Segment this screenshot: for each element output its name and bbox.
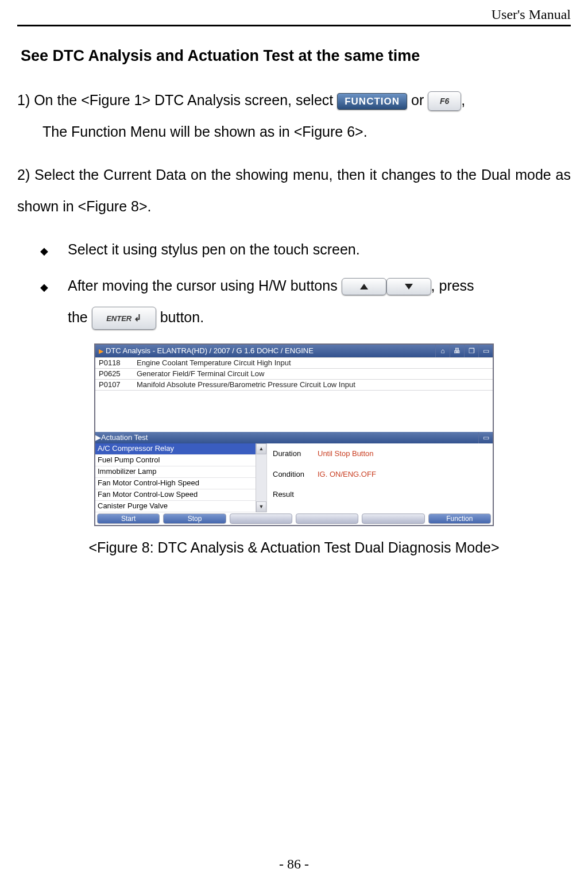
step1-or: or [411,92,428,108]
scroll-up-icon[interactable]: ▲ [256,443,266,454]
bullet-1: ◆ Select it using stylus pen on the touc… [17,234,571,265]
triangle-down-icon [405,284,413,289]
down-button[interactable] [386,278,431,295]
enter-button[interactable]: ENTER ↲ [92,307,156,330]
blank-tab [362,514,424,524]
scroll-down-icon[interactable]: ▼ [256,501,266,512]
condition-label: Condition [273,466,318,483]
function-button[interactable]: FUNCTION [337,93,407,110]
dtc-code: P0107 [95,377,137,393]
page-header: User's Manual [17,7,571,26]
enter-arrow-icon: ↲ [134,314,141,323]
step-2: 2) Select the Current Data on the showin… [17,159,571,222]
bullet2-c: the [68,309,92,325]
blank-tab [296,514,358,524]
scroll-track[interactable] [256,454,266,501]
stop-button[interactable]: Stop [163,514,226,524]
step1-end: , [461,92,465,108]
actuation-list: A/C Compressor Relay Fuel Pump Control I… [95,443,266,512]
maximize-icon[interactable]: ▭ [478,432,493,443]
f6-button[interactable]: F6 [428,91,461,111]
result-label: Result [273,487,318,503]
step1-text-a: 1) On the <Figure 1> DTC Analysis screen… [17,92,337,108]
enter-label: ENTER [106,315,131,322]
dtc-table: P0118 Engine Coolant Temperature Circuit… [95,357,493,432]
table-row[interactable]: P0107 Manifold Absolute Pressure/Baromet… [95,380,493,391]
dtc-empty-area [95,391,493,432]
start-button[interactable]: Start [97,514,160,524]
duration-value: Until Stop Button [318,446,374,462]
bullet-marker: ◆ [40,276,48,299]
step-1: 1) On the <Figure 1> DTC Analysis screen… [17,84,571,148]
bullet2-a: After moving the cursor using H/W button… [68,277,342,294]
triangle-up-icon [360,284,368,289]
bullet-2: ◆ After moving the cursor using H/W butt… [17,270,571,333]
figure-caption: <Figure 8: DTC Analysis & Actuation Test… [17,532,571,563]
function-tab-button[interactable]: Function [428,514,491,524]
step1-line2: The Function Menu will be shown as in <F… [17,116,368,148]
actuation-info-panel: DurationUntil Stop Button ConditionIG. O… [266,443,493,512]
page-number: - 86 - [0,856,588,872]
bullet1-text: Select it using stylus pen on the touch … [68,234,571,265]
figure-8-screenshot: ▶ DTC Analysis - ELANTRA(HD) / 2007 / G … [94,343,494,526]
duration-label: Duration [273,446,318,462]
blank-tab [230,514,292,524]
section-heading: See DTC Analysis and Actuation Test at t… [21,47,571,65]
dtc-desc: Manifold Absolute Pressure/Barometric Pr… [137,377,493,393]
step2-text: 2) Select the Current Data on the showin… [17,167,571,214]
bullet2-b: , press [431,277,474,294]
bullet2-d: button. [160,309,204,325]
scrollbar[interactable]: ▲ ▼ [256,443,266,512]
condition-value: IG. ON/ENG.OFF [318,466,376,483]
bullet-marker: ◆ [40,240,48,263]
up-button[interactable] [342,278,386,295]
